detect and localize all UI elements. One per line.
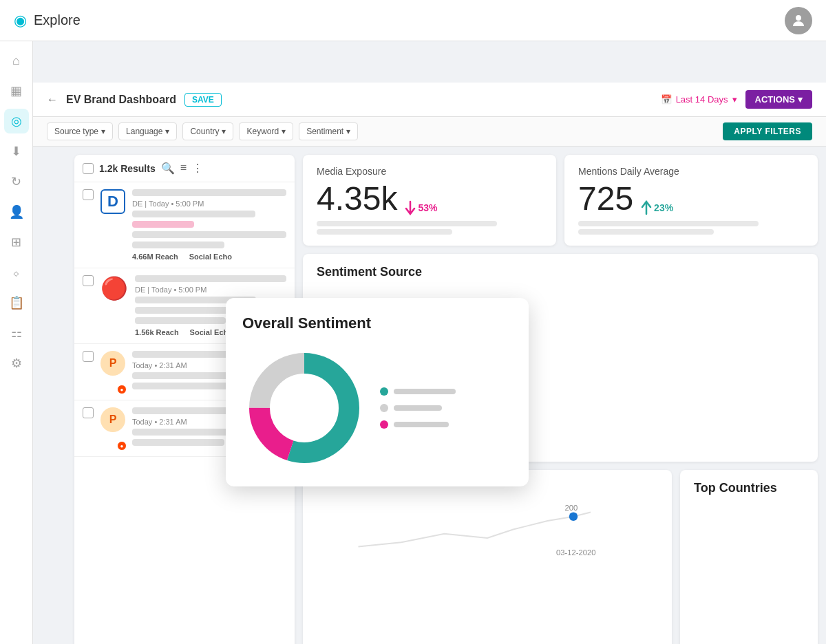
result-item-1[interactable]: D DE | Today • 5:00 PM 4.66M Reach Socia… — [74, 182, 295, 268]
result-1-footer: 4.66M Reach Social Echo — [132, 253, 286, 261]
media-exposure-skel2 — [317, 229, 452, 235]
result-1-line1 — [132, 211, 255, 217]
down-arrow-icon — [404, 200, 416, 215]
svg-point-1 — [569, 513, 578, 522]
svg-text:200: 200 — [565, 504, 578, 512]
result-3-avatar-wrapper: P ● — [100, 351, 125, 393]
media-exposure-card: Media Exposure 4.35k 53% — [303, 155, 556, 246]
mentions-daily-skel1 — [578, 221, 759, 226]
nav-left: ◉ Explore — [14, 12, 81, 30]
overall-sentiment-title: Overall Sentiment — [242, 314, 512, 332]
mentions-daily-card: Mentions Daily Average 725 23% — [564, 155, 818, 246]
language-filter[interactable]: Language ▾ — [118, 122, 177, 140]
result-3-checkbox[interactable] — [83, 351, 94, 362]
mentions-daily-value: 725 — [578, 182, 633, 215]
source-type-label: Source type — [54, 127, 98, 136]
media-exposure-pct: 53% — [418, 202, 437, 213]
result-1-echo: Social Echo — [189, 253, 232, 261]
mentions-daily-pct: 23% — [654, 202, 673, 213]
mentions-daily-skel2 — [578, 229, 714, 235]
chart-area: 200 03-12-2020 — [317, 486, 658, 644]
source-type-chevron: ▾ — [101, 127, 105, 136]
donut-chart — [242, 346, 366, 470]
date-filter[interactable]: 📅 Last 14 Days ▾ — [661, 94, 737, 105]
search-icon[interactable]: 🔍 — [161, 162, 175, 175]
positive-dot — [380, 387, 388, 396]
result-4-badge: ● — [117, 441, 127, 451]
country-chevron: ▾ — [222, 127, 226, 136]
save-button[interactable]: SAVE — [184, 93, 222, 107]
mentions-daily-value-row: 725 23% — [578, 182, 804, 215]
sub-header: ← EV Brand Dashboard SAVE 📅 Last 14 Days… — [33, 83, 826, 117]
keyword-filter[interactable]: Keyword ▾ — [239, 122, 293, 140]
overall-sentiment-overlay: Overall Sentiment — [226, 298, 529, 486]
result-1-checkbox[interactable] — [83, 189, 94, 200]
result-2-avatar-wrapper: 🔴 — [100, 275, 128, 336]
result-1-line2 — [132, 231, 286, 238]
main-area: ← EV Brand Dashboard SAVE 📅 Last 14 Days… — [33, 83, 826, 644]
result-4-avatar-wrapper: P ● — [100, 407, 125, 449]
bottom-row: 200 03-12-2020 Neutral ℹ Top Countries — [303, 470, 818, 644]
results-actions: 🔍 ≡ ⋮ — [161, 162, 203, 175]
source-type-filter[interactable]: Source type ▾ — [47, 122, 113, 140]
media-exposure-label: Media Exposure — [317, 166, 542, 177]
actions-button[interactable]: ACTIONS ▾ — [745, 90, 813, 109]
result-2-checkbox[interactable] — [83, 275, 94, 286]
results-header: 1.2k Results 🔍 ≡ ⋮ — [74, 155, 295, 182]
more-icon[interactable]: ⋮ — [192, 162, 203, 175]
up-arrow-icon — [640, 200, 653, 215]
sentiment-content — [242, 346, 512, 470]
sentiment-filter[interactable]: Sentiment ▾ — [299, 122, 358, 140]
result-2-meta: DE | Today • 5:00 PM — [135, 286, 286, 294]
media-exposure-change: 53% — [404, 200, 437, 215]
avatar[interactable] — [785, 7, 812, 34]
logo-icon: ◉ — [14, 12, 27, 30]
media-exposure-value-row: 4.35k 53% — [317, 182, 542, 215]
actions-chevron: ▾ — [798, 94, 803, 105]
svg-point-7 — [277, 380, 332, 436]
back-button[interactable]: ← — [47, 94, 58, 106]
result-1-line3 — [132, 242, 224, 248]
country-filter[interactable]: Country ▾ — [182, 122, 233, 140]
neutral-card: 200 03-12-2020 Neutral ℹ — [303, 470, 672, 644]
language-chevron: ▾ — [165, 127, 169, 136]
keyword-chevron: ▾ — [282, 127, 286, 136]
actions-label: ACTIONS — [755, 94, 796, 105]
negative-line — [394, 422, 449, 427]
result-1-avatar-wrapper: D — [100, 189, 125, 261]
result-1-content: DE | Today • 5:00 PM 4.66M Reach Social … — [132, 189, 286, 261]
reddit-icon: 🔴 — [100, 276, 128, 301]
dashboard-title: EV Brand Dashboard — [66, 94, 176, 106]
date-filter-label: Last 14 Days — [676, 94, 728, 105]
keyword-label: Keyword — [246, 127, 279, 136]
legend-positive — [380, 387, 456, 396]
top-navbar: ◉ Explore — [0, 0, 826, 41]
result-1-title-1 — [132, 189, 286, 196]
sentiment-chevron: ▾ — [346, 127, 350, 136]
result-2-reach: 1.56k Reach — [135, 328, 179, 336]
result-1-avatar: D — [100, 189, 125, 214]
mentions-daily-label: Mentions Daily Average — [578, 166, 804, 177]
filter-icon[interactable]: ≡ — [180, 162, 187, 175]
svg-text:03-12-2020: 03-12-2020 — [556, 548, 596, 555]
result-3-badge: ● — [117, 385, 127, 394]
media-exposure-value: 4.35k — [317, 182, 397, 215]
negative-dot — [380, 420, 388, 429]
result-2-title — [135, 275, 286, 282]
sentiment-label: Sentiment — [306, 127, 343, 136]
top-countries-card: Top Countries — [680, 470, 818, 644]
mentions-daily-change: 23% — [640, 200, 673, 215]
select-all-checkbox[interactable] — [83, 163, 94, 174]
result-4-avatar: P — [100, 407, 125, 432]
language-label: Language — [126, 127, 162, 136]
line-chart-svg: 200 03-12-2020 — [317, 486, 658, 555]
legend-negative — [380, 420, 456, 429]
sub-header-right: 📅 Last 14 Days ▾ ACTIONS ▾ — [661, 90, 812, 109]
result-4-checkbox[interactable] — [83, 407, 94, 418]
donut-legend — [380, 387, 456, 429]
top-countries-title: Top Countries — [694, 481, 804, 495]
apply-filters-button[interactable]: APPLY FILTERS — [723, 122, 812, 140]
filter-bar: Source type ▾ Language ▾ Country ▾ Keywo… — [33, 117, 826, 147]
legend-neutral — [380, 404, 456, 412]
result-1-reach: 4.66M Reach — [132, 253, 178, 261]
